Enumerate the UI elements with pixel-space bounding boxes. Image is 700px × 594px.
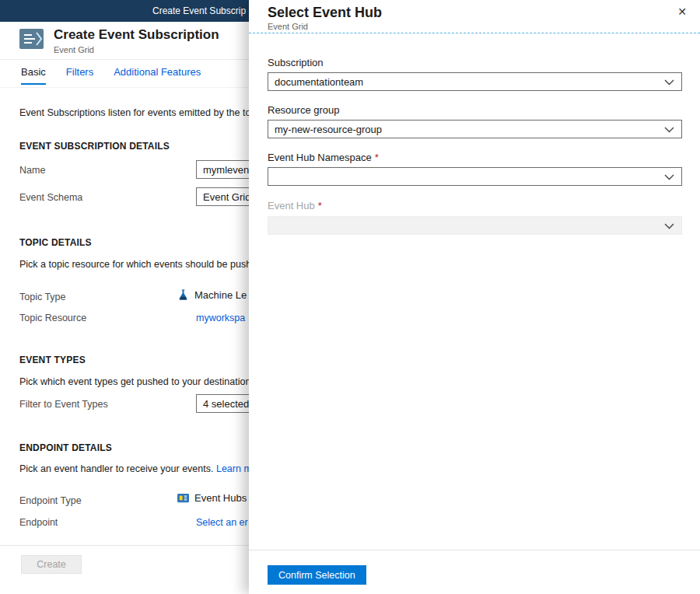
page-subtitle: Event Grid — [54, 45, 219, 54]
section-heading-event-types: EVENT TYPES — [19, 355, 86, 365]
endpoint-label: Endpoint — [19, 517, 58, 528]
window-title: Create Event Subscrip — [152, 5, 246, 16]
event-schema-label: Event Schema — [19, 192, 82, 203]
event-schema-value: Event Grid — [203, 191, 250, 203]
section-heading-endpoint-details: ENDPOINT DETAILS — [19, 442, 112, 453]
chevron-down-icon — [664, 127, 674, 133]
filter-event-types-value: 4 selected — [203, 398, 249, 410]
endpoint-description: Pick an event handler to receive your ev… — [19, 463, 261, 474]
endpoint-type-value-row: Event Hubs — [177, 492, 247, 504]
endpoint-description-text: Pick an event handler to receive your ev… — [19, 463, 213, 474]
tab-filters[interactable]: Filters — [66, 66, 93, 85]
panel-subtitle: Event Grid — [268, 22, 308, 31]
panel-footer-divider — [249, 550, 700, 550]
section-heading-topic-details: TOPIC DETAILS — [19, 237, 92, 248]
filter-event-types-label: Filter to Event Types — [19, 399, 108, 410]
machine-learning-icon — [177, 288, 189, 301]
tab-basic[interactable]: Basic — [21, 66, 46, 85]
page-title: Create Event Subscription — [54, 27, 219, 43]
chevron-down-icon — [664, 174, 674, 180]
dashed-separator — [249, 33, 700, 33]
select-endpoint-link[interactable]: Select an er — [196, 517, 248, 528]
resource-group-dropdown[interactable]: my-new-resource-group — [268, 120, 682, 138]
event-hubs-icon — [177, 492, 189, 504]
name-label: Name — [19, 165, 45, 176]
page-header: Create Event Subscription Event Grid — [19, 27, 219, 54]
intro-text: Event Subscriptions listen for events em… — [19, 107, 258, 118]
chevron-down-icon — [664, 223, 674, 229]
event-hub-label: Event Hub* — [268, 200, 322, 211]
tab-additional-features[interactable]: Additional Features — [114, 66, 201, 85]
subscription-dropdown[interactable]: documentationteam — [268, 72, 682, 91]
resource-group-label: Resource group — [268, 104, 340, 116]
endpoint-type-label: Endpoint Type — [19, 495, 82, 506]
panel-title: Select Event Hub — [268, 5, 382, 21]
topic-type-value: Machine Le — [194, 289, 247, 301]
event-hub-dropdown[interactable] — [268, 216, 682, 235]
page-header-text: Create Event Subscription Event Grid — [54, 27, 219, 54]
required-asterisk: * — [318, 200, 322, 211]
required-asterisk: * — [375, 152, 379, 163]
topic-details-description: Pick a topic resource for which events s… — [19, 259, 262, 270]
event-types-description: Pick which event types get pushed to you… — [19, 376, 254, 387]
topic-type-value-row: Machine Le — [177, 288, 247, 301]
section-heading-event-subscription-details: EVENT SUBSCRIPTION DETAILS — [19, 141, 170, 152]
subscription-label: Subscription — [268, 57, 324, 68]
endpoint-type-value: Event Hubs — [194, 492, 247, 504]
close-button[interactable]: ✕ — [673, 5, 691, 19]
confirm-selection-button[interactable]: Confirm Selection — [268, 565, 366, 585]
event-hub-namespace-dropdown[interactable] — [268, 167, 682, 186]
topic-resource-link[interactable]: myworkspa — [196, 313, 245, 323]
chevron-down-icon — [664, 79, 674, 86]
select-event-hub-panel: Select Event Hub Event Grid ✕ Subscripti… — [249, 0, 700, 594]
subscription-value: documentationteam — [275, 76, 363, 88]
topic-type-label: Topic Type — [19, 292, 66, 302]
event-grid-icon — [19, 27, 47, 51]
tab-bar: Basic Filters Additional Features — [21, 66, 201, 85]
resource-group-value: my-new-resource-group — [275, 124, 382, 135]
create-button[interactable]: Create — [21, 555, 82, 574]
topic-resource-label: Topic Resource — [19, 313, 86, 323]
event-hub-namespace-label: Event Hub Namespace* — [268, 152, 379, 163]
